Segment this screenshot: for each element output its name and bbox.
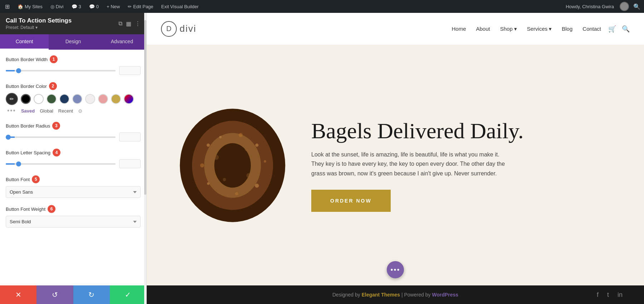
nav-contact[interactable]: Contact	[582, 26, 601, 32]
color-swatch-gold[interactable]	[111, 94, 121, 104]
button-font-weight-group: Button Font Weight 6 Thin Light Regular …	[6, 205, 141, 228]
color-swatch-pink[interactable]	[98, 94, 108, 104]
letter-spacing-value[interactable]: 0.2em	[119, 159, 141, 168]
border-width-slider[interactable]	[6, 70, 116, 71]
svg-point-13	[214, 155, 219, 160]
panel-header-icons: ⧉ ▦ ⋮	[118, 20, 141, 27]
color-swatch-white[interactable]	[34, 94, 44, 104]
cta-button[interactable]: ORDER NOW	[311, 190, 391, 212]
cancel-button[interactable]: ✕	[0, 285, 36, 304]
font-weight-select[interactable]: Thin Light Regular Semi Bold Bold Extra …	[6, 216, 141, 228]
search-icon[interactable]: 🔍	[633, 3, 640, 10]
nav-services[interactable]: Services ▾	[527, 26, 552, 32]
color-swatch-green[interactable]	[47, 94, 57, 104]
color-tabs-row: ••• Saved Global Recent ⚙	[6, 107, 141, 115]
svg-point-14	[245, 147, 249, 151]
comments-icon: 💬	[89, 4, 95, 9]
panel-content: Button Border Width 1 2px Button Border …	[0, 50, 146, 285]
nav-home[interactable]: Home	[452, 26, 466, 32]
fab-button[interactable]: •••	[387, 261, 404, 278]
panel-preset[interactable]: Preset: Default ▾	[6, 25, 72, 30]
border-width-slider-row: 2px	[6, 66, 141, 75]
scrollbar-track[interactable]	[144, 13, 146, 304]
button-font-group: Button Font 5 Open Sans Roboto Lato Mont…	[6, 175, 141, 198]
step-2-badge: 2	[49, 82, 57, 90]
border-radius-value[interactable]: 0px	[119, 133, 141, 141]
cart-icon[interactable]: 🛒	[608, 25, 616, 33]
svg-point-12	[200, 163, 204, 167]
tab-content[interactable]: Content	[0, 34, 49, 50]
save-button[interactable]: ✓	[110, 285, 146, 304]
panel-title: Call To Action Settings	[6, 17, 72, 24]
hero-section: Bagels Delivered Daily. Look at the suns…	[147, 45, 644, 285]
border-radius-slider[interactable]	[6, 136, 116, 138]
svg-point-6	[239, 133, 243, 137]
wordpress-logo[interactable]: ⊞	[4, 3, 11, 10]
avatar[interactable]	[620, 2, 629, 11]
button-letter-spacing-label: Button Letter Spacing 4	[6, 149, 141, 156]
edit-page-button[interactable]: ✏ Edit Page	[126, 4, 155, 9]
svg-point-4	[206, 143, 210, 146]
tab-design[interactable]: Design	[49, 34, 97, 50]
more-options-icon[interactable]: ⋮	[135, 20, 141, 27]
footer-text: Designed by Elegant Themes | Powered by …	[332, 292, 458, 298]
nav-search-icon[interactable]: 🔍	[622, 25, 630, 33]
svg-point-7	[255, 143, 258, 146]
button-font-weight-label: Button Font Weight 6	[6, 205, 141, 213]
color-swatch-row: ✏	[6, 93, 141, 105]
nav-blog[interactable]: Blog	[562, 26, 572, 32]
undo-button[interactable]: ↺	[36, 285, 73, 304]
chevron-down-icon: ▾	[35, 25, 38, 30]
logo-letter: D	[166, 25, 171, 33]
comments-count-button[interactable]: 💬 0	[88, 4, 100, 9]
twitter-icon[interactable]: t	[607, 291, 609, 299]
layout-icon[interactable]: ▦	[126, 20, 131, 27]
tab-advanced[interactable]: Advanced	[98, 34, 146, 50]
button-border-color-group: Button Border Color 2 ✏ •••	[6, 82, 141, 115]
color-settings-icon[interactable]: ⚙	[78, 108, 83, 114]
step-5-badge: 5	[32, 175, 40, 183]
house-icon: 🏠	[18, 4, 23, 9]
logo-circle: D	[161, 21, 177, 37]
footer-elegant-themes: Elegant Themes	[362, 292, 400, 298]
nav-links: Home About Shop ▾ Services ▾ Blog Contac	[452, 26, 601, 32]
button-border-width-label: Button Border Width 1	[6, 55, 141, 63]
panel-footer: ✕ ↺ ↻ ✓	[0, 285, 146, 304]
panel-header-left: Call To Action Settings Preset: Default …	[6, 17, 72, 30]
color-swatch-navy[interactable]	[59, 94, 69, 104]
color-edit-button[interactable]: ✏	[6, 93, 18, 105]
nav-about[interactable]: About	[476, 26, 490, 32]
instagram-icon[interactable]: in	[618, 291, 623, 299]
nav-shop[interactable]: Shop ▾	[500, 26, 517, 32]
facebook-icon[interactable]: f	[597, 291, 599, 299]
svg-point-9	[255, 184, 259, 188]
border-width-value[interactable]: 2px	[119, 66, 141, 75]
svg-point-10	[235, 192, 238, 195]
divi-button[interactable]: ◎ Divi	[49, 4, 65, 9]
step-1-badge: 1	[50, 55, 58, 63]
site-logo: D divi	[161, 21, 196, 37]
shop-chevron-icon: ▾	[514, 26, 517, 32]
color-tab-recent[interactable]: Recent	[58, 108, 73, 114]
site-footer: Designed by Elegant Themes | Powered by …	[147, 285, 644, 304]
comments-button[interactable]: 💬 3	[70, 4, 83, 9]
howdy-text: Howdy, Christina Gwira	[564, 4, 615, 9]
minimize-icon[interactable]: ⧉	[118, 20, 122, 27]
font-select[interactable]: Open Sans Roboto Lato Montserrat Raleway	[6, 186, 141, 198]
color-swatch-black[interactable]	[21, 94, 31, 104]
my-sites-button[interactable]: 🏠 My Sites	[16, 4, 44, 9]
redo-button[interactable]: ↻	[73, 285, 110, 304]
color-swatch-lavender[interactable]	[72, 94, 82, 104]
admin-bar-right: Howdy, Christina Gwira 🔍	[564, 2, 640, 11]
button-border-radius-label: Button Border Radius 3	[6, 122, 141, 130]
exit-builder-button[interactable]: Exit Visual Builder	[160, 4, 200, 9]
color-tab-global[interactable]: Global	[40, 108, 53, 114]
button-border-color-label: Button Border Color 2	[6, 82, 141, 90]
color-swatch-gradient[interactable]	[124, 94, 134, 104]
new-button[interactable]: + New	[105, 4, 121, 9]
scrollbar-thumb[interactable]	[144, 20, 146, 195]
letter-spacing-slider[interactable]	[6, 163, 116, 165]
svg-point-16	[223, 178, 226, 181]
color-swatch-light[interactable]	[85, 94, 95, 104]
color-tab-saved[interactable]: Saved	[21, 108, 35, 114]
